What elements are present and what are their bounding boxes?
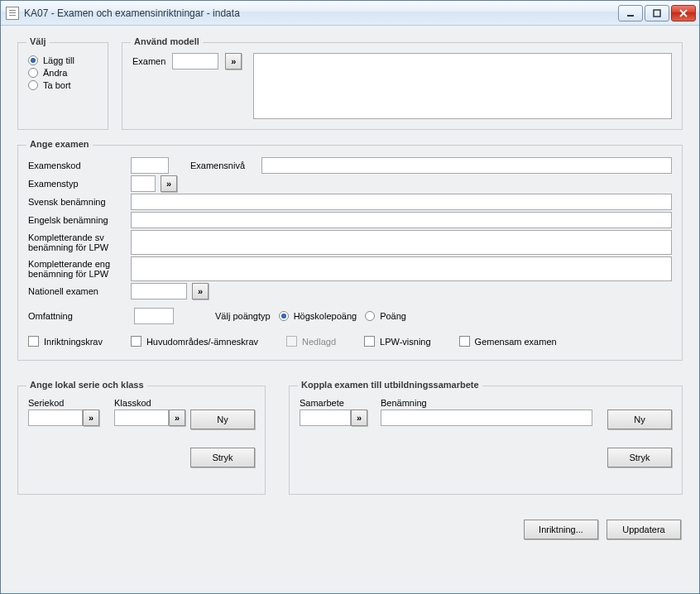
radio-poang[interactable]: Poäng — [365, 311, 406, 321]
benamning-label: Benämning — [381, 398, 592, 408]
engelsk-input[interactable] — [131, 212, 672, 228]
radio-icon — [365, 311, 375, 321]
kompl-sv-input[interactable] — [131, 230, 672, 255]
checkbox-nedlagd-label: Nedlagd — [302, 337, 336, 347]
group-lokal-serie: Ange lokal serie och klass Seriekod » Kl… — [17, 386, 266, 495]
checkbox-gemensam-examen[interactable]: Gemensam examen — [459, 336, 557, 347]
samarbete-input[interactable] — [300, 410, 351, 426]
group-ange-examen: Ange examen Examenskod Examensnivå Exame… — [17, 145, 683, 361]
radio-andra[interactable]: Ändra — [28, 68, 98, 78]
app-window: KA07 - Examen och examensinriktningar - … — [0, 0, 700, 594]
group-valj: Välj Lägg till Ändra Ta bort — [17, 42, 108, 130]
radio-lagg-till[interactable]: Lägg till — [28, 55, 98, 65]
examen-label: Examen — [132, 53, 165, 66]
inriktning-button[interactable]: Inriktning... — [524, 520, 598, 539]
examenstyp-input[interactable] — [131, 175, 156, 192]
window-icon — [6, 7, 19, 20]
checkbox-inriktningskrav[interactable]: Inriktningskrav — [28, 336, 103, 347]
maximize-button[interactable] — [645, 5, 669, 22]
group-anvand-modell: Använd modell Examen » — [122, 42, 683, 130]
seriekod-input[interactable] — [28, 410, 83, 426]
koppla-ny-button[interactable]: Ny — [607, 410, 672, 429]
omfattning-label: Omfattning — [28, 311, 126, 321]
examenskod-input[interactable] — [131, 157, 169, 174]
radio-icon — [28, 55, 38, 65]
svg-rect-1 — [654, 10, 660, 17]
valj-poangtyp-label: Välj poängtyp — [215, 311, 271, 321]
titlebar: KA07 - Examen och examensinriktningar - … — [1, 1, 699, 26]
omfattning-input[interactable] — [134, 308, 174, 324]
checkbox-gemensam-label: Gemensam examen — [475, 337, 557, 347]
kompl-en-input[interactable] — [131, 256, 672, 281]
kompl-en-label: Kompletterande eng benämning för LPW — [28, 256, 126, 279]
klasskod-lookup-button[interactable]: » — [169, 410, 185, 426]
seriekod-lookup-button[interactable]: » — [83, 410, 99, 426]
nationell-input[interactable] — [131, 283, 187, 299]
checkbox-icon — [364, 336, 375, 347]
engelsk-label: Engelsk benämning — [28, 215, 126, 225]
klasskod-input[interactable] — [114, 410, 169, 426]
window-title: KA07 - Examen och examensinriktningar - … — [24, 7, 618, 19]
group-serie-legend: Ange lokal serie och klass — [26, 380, 147, 390]
checkbox-huvudomrade-label: Huvudområdes/-ämneskrav — [146, 337, 258, 347]
klasskod-label: Klasskod — [114, 398, 187, 408]
examenstyp-lookup-button[interactable]: » — [161, 175, 177, 192]
group-koppla-legend: Koppla examen till utbildningssamarbete — [298, 380, 482, 390]
minimize-button[interactable] — [618, 5, 643, 22]
checkbox-icon — [459, 336, 470, 347]
nationell-label: Nationell examen — [28, 286, 126, 296]
seriekod-label: Seriekod — [28, 398, 101, 408]
examen-lookup-button[interactable]: » — [225, 53, 242, 69]
checkbox-inriktningskrav-label: Inriktningskrav — [44, 337, 103, 347]
benamning-input[interactable] — [381, 410, 592, 426]
radio-andra-label: Ändra — [43, 68, 67, 78]
client-area: Välj Lägg till Ändra Ta bort Använd mode… — [1, 26, 699, 593]
uppdatera-button[interactable]: Uppdatera — [607, 520, 681, 539]
examensniva-input[interactable] — [261, 157, 672, 174]
checkbox-nedlagd: Nedlagd — [286, 336, 336, 347]
group-modell-legend: Använd modell — [131, 36, 203, 46]
examenskod-label: Examenskod — [28, 160, 126, 170]
group-koppla-utbildningssamarbete: Koppla examen till utbildningssamarbete … — [289, 386, 683, 495]
examen-input[interactable] — [172, 53, 218, 69]
checkbox-lpw-visning[interactable]: LPW-visning — [364, 336, 431, 347]
examensniva-label: Examensnivå — [190, 160, 257, 170]
group-valj-legend: Välj — [26, 36, 50, 46]
serie-stryk-button[interactable]: Stryk — [190, 448, 255, 467]
checkbox-icon — [286, 336, 297, 347]
samarbete-lookup-button[interactable]: » — [351, 410, 367, 426]
radio-hogskolepoang[interactable]: Högskolepoäng — [279, 311, 357, 321]
radio-hp-label: Högskolepoäng — [294, 311, 357, 321]
kompl-sv-label: Kompletterande sv benämning för LPW — [28, 230, 126, 252]
svensk-input[interactable] — [131, 194, 672, 210]
radio-icon — [279, 311, 289, 321]
group-ange-legend: Ange examen — [26, 139, 93, 149]
koppla-stryk-button[interactable]: Stryk — [607, 448, 672, 467]
svensk-label: Svensk benämning — [28, 197, 126, 207]
radio-lagg-till-label: Lägg till — [43, 55, 74, 65]
radio-icon — [28, 68, 38, 78]
serie-ny-button[interactable]: Ny — [190, 410, 255, 429]
checkbox-icon — [131, 336, 141, 347]
radio-poang-label: Poäng — [380, 311, 406, 321]
radio-icon — [28, 80, 38, 90]
checkbox-lpw-label: LPW-visning — [380, 337, 431, 347]
checkbox-huvudomrade[interactable]: Huvudområdes/-ämneskrav — [131, 336, 258, 347]
radio-ta-bort[interactable]: Ta bort — [28, 80, 98, 90]
close-button[interactable] — [671, 5, 696, 22]
radio-ta-bort-label: Ta bort — [43, 80, 71, 90]
examenstyp-label: Examenstyp — [28, 179, 126, 189]
checkbox-icon — [28, 336, 39, 347]
nationell-lookup-button[interactable]: » — [192, 283, 209, 299]
samarbete-label: Samarbete — [300, 398, 369, 408]
examen-result-box[interactable] — [253, 53, 672, 119]
